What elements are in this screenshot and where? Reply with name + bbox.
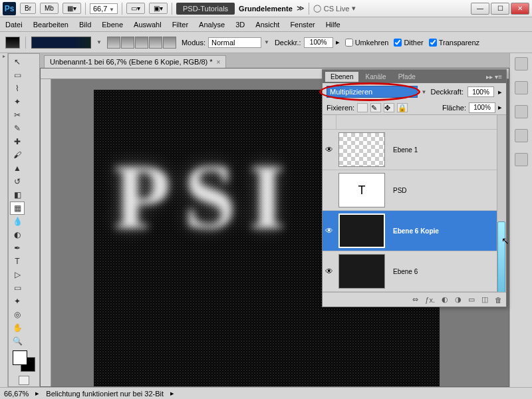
arrange-button[interactable]: ▭▾ (126, 3, 145, 14)
gradient-tool[interactable]: ▦ (10, 201, 25, 215)
menu-analyse[interactable]: Analyse (199, 21, 225, 29)
panel-icon-adjust[interactable] (515, 105, 528, 118)
dodge-tool[interactable]: ◐ (10, 228, 25, 241)
panel-icon-swatches[interactable] (515, 153, 528, 166)
trash-icon[interactable]: 🗑 (495, 296, 502, 304)
stamp-tool[interactable]: ▲ (10, 162, 25, 175)
more-icon[interactable]: ≫ (297, 4, 305, 13)
layer-name[interactable]: PSD (388, 187, 407, 194)
blend-mode-select[interactable]: Multiplizieren (327, 86, 418, 98)
layer-name[interactable]: Ebene 6 Kopie (388, 227, 439, 235)
close-button[interactable]: ✕ (511, 3, 529, 15)
gradient-radial[interactable] (121, 37, 134, 49)
menu-3d[interactable]: 3D (235, 21, 245, 29)
layer-row[interactable]: T PSD (323, 170, 506, 211)
maximize-button[interactable]: ☐ (491, 3, 509, 15)
color-swatches[interactable] (10, 350, 38, 374)
lasso-tool[interactable]: ⌇ (10, 82, 25, 95)
new-layer-icon[interactable]: ◫ (481, 295, 488, 304)
view-extras-button[interactable]: ▦▾ (63, 3, 81, 14)
eyedropper-tool[interactable]: ✎ (10, 122, 25, 135)
layer-row[interactable] (323, 115, 506, 130)
mode-select[interactable]: Normal (208, 37, 261, 48)
move-tool[interactable]: ↖ (10, 55, 25, 68)
wand-tool[interactable]: ✦ (10, 95, 25, 108)
hand-tool[interactable]: ✋ (10, 321, 25, 334)
chevron-down-icon[interactable]: ▼ (422, 89, 427, 95)
reverse-checkbox[interactable]: Umkehren (345, 39, 389, 47)
workspace-name[interactable]: Grundelemente (239, 5, 293, 13)
layer-name[interactable]: Ebene 1 (388, 146, 418, 154)
zoom-select[interactable]: 66,7 ▼ (90, 3, 118, 14)
layers-scrollbar[interactable] (497, 115, 506, 292)
fg-color[interactable] (13, 350, 27, 365)
3d-camera-tool[interactable]: ◎ (10, 308, 25, 321)
tool-preset[interactable] (5, 37, 20, 49)
minibridge-button[interactable]: Mb (40, 3, 59, 14)
fx-icon[interactable]: ƒx. (425, 296, 435, 304)
visibility-icon[interactable]: 👁 (323, 226, 336, 235)
panel-menu-icon[interactable]: ▸▸ ▾≡ (482, 73, 506, 80)
lock-transparent-icon[interactable] (357, 103, 368, 112)
workspace-tab-psd[interactable]: PSD-Tutorials (176, 3, 235, 15)
brush-tool[interactable]: 🖌 (10, 148, 25, 162)
menu-hilfe[interactable]: Hilfe (326, 21, 340, 29)
layer-opacity-input[interactable] (467, 86, 494, 97)
lock-all-icon[interactable]: 🔒 (397, 103, 408, 112)
visibility-icon[interactable]: 👁 (323, 267, 336, 276)
heal-tool[interactable]: ✚ (10, 135, 25, 148)
panel-icon-channels[interactable] (515, 81, 528, 94)
blur-tool[interactable]: 💧 (10, 215, 25, 228)
mask-icon[interactable]: ◐ (442, 295, 448, 304)
crop-tool[interactable]: ✂ (10, 108, 25, 122)
gradient-preview[interactable] (31, 37, 91, 49)
menu-bild[interactable]: Bild (79, 21, 91, 29)
layer-name[interactable]: Ebene 6 (388, 268, 418, 275)
menu-auswahl[interactable]: Auswahl (134, 21, 162, 29)
menu-filter[interactable]: Filter (172, 21, 188, 29)
lock-position-icon[interactable]: ✥ (384, 103, 394, 112)
zoom-tool[interactable]: 🔍 (10, 334, 25, 348)
pen-tool[interactable]: ✒ (10, 241, 25, 255)
menu-ebene[interactable]: Ebene (102, 21, 123, 29)
3d-tool[interactable]: ✦ (10, 295, 25, 308)
status-zoom[interactable]: 66,67% (4, 390, 29, 398)
layer-thumbnail[interactable]: T (338, 173, 385, 207)
panel-icon-styles[interactable] (515, 129, 528, 142)
screenmode-button[interactable]: ▣▾ (149, 3, 168, 14)
gradient-angle[interactable] (135, 37, 148, 49)
visibility-icon[interactable]: 👁 (323, 145, 336, 154)
shape-tool[interactable]: ▭ (10, 281, 25, 295)
app-logo[interactable]: Ps (3, 2, 16, 15)
link-icon[interactable]: ⇔ (412, 295, 418, 304)
gradient-diamond[interactable] (163, 37, 176, 49)
marquee-tool[interactable]: ▭ (10, 68, 25, 82)
dither-checkbox[interactable]: Dither (394, 39, 423, 47)
menu-bearbeiten[interactable]: Bearbeiten (33, 21, 68, 29)
lock-pixels-icon[interactable]: ✎ (370, 103, 381, 112)
menu-fenster[interactable]: Fenster (290, 21, 315, 29)
layer-row[interactable]: 👁 Ebene 6 (323, 251, 506, 292)
group-icon[interactable]: ▭ (468, 295, 475, 304)
layer-thumbnail[interactable] (338, 132, 385, 167)
gradient-reflected[interactable] (149, 37, 162, 49)
layer-thumbnail[interactable] (338, 254, 385, 289)
tab-ebenen[interactable]: Ebenen (325, 72, 358, 82)
quickmask-toggle[interactable] (19, 376, 29, 385)
document-tab[interactable]: Unbenannt-1 bei 66,7% (Ebene 6 Kopie, RG… (44, 55, 226, 68)
path-tool[interactable]: ▷ (10, 268, 25, 281)
menu-ansicht[interactable]: Ansicht (255, 21, 279, 29)
type-tool[interactable]: T (10, 255, 25, 268)
layer-thumbnail[interactable] (338, 213, 385, 248)
history-brush-tool[interactable]: ↺ (10, 175, 25, 188)
adjustment-icon[interactable]: ◑ (455, 295, 462, 304)
tab-kanaele[interactable]: Kanäle (360, 72, 391, 82)
fill-input[interactable] (469, 102, 495, 113)
gradient-linear[interactable] (107, 37, 120, 49)
cs-live[interactable]: ◯ CS Live ▾ (313, 4, 356, 13)
eraser-tool[interactable]: ◧ (10, 188, 25, 201)
close-doc-icon[interactable]: × (217, 59, 221, 66)
layer-row-selected[interactable]: 👁 Ebene 6 Kopie (323, 211, 506, 251)
transparency-checkbox[interactable]: Transparenz (429, 39, 479, 47)
opacity-input[interactable] (304, 37, 333, 48)
